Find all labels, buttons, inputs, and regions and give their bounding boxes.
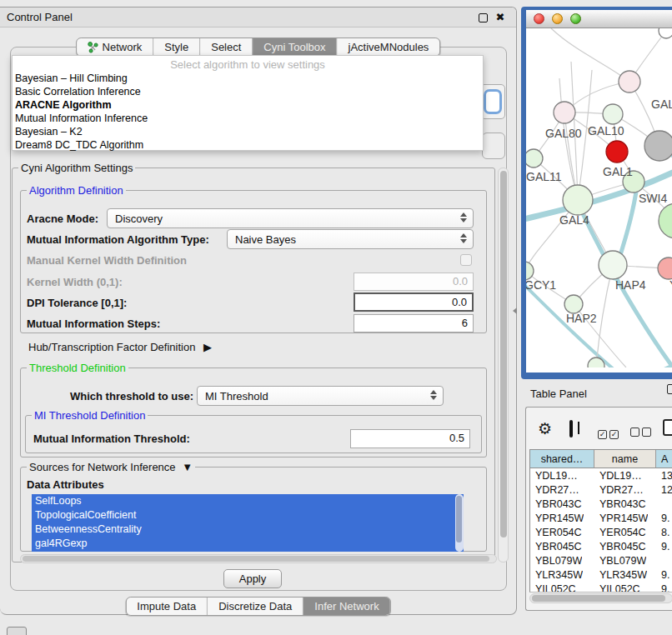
cell: YIL052C xyxy=(599,582,640,592)
scrollbar-thumb[interactable] xyxy=(23,556,489,562)
mi-threshold-label: Mutual Information Threshold: xyxy=(33,432,190,445)
sources-title: Sources for Network Inference xyxy=(29,461,176,473)
new-table-icon[interactable] xyxy=(663,419,672,436)
node-hap4[interactable] xyxy=(599,251,627,279)
cell: YDL19… xyxy=(599,469,642,483)
close-icon[interactable]: ✖ xyxy=(494,12,506,23)
column-header-partial[interactable]: A xyxy=(656,450,672,468)
apply-button[interactable]: Apply xyxy=(223,569,282,588)
table-row[interactable]: YDR27… YDR27… 12 xyxy=(530,483,672,498)
close-traffic-icon[interactable] xyxy=(534,13,544,24)
cell: YBR043C xyxy=(535,498,582,512)
table-row[interactable]: YER054C YER054C 8. xyxy=(530,526,672,540)
manual-kernel-checkbox[interactable] xyxy=(460,254,472,266)
table-row[interactable]: YBR045C YBR045C 9. xyxy=(530,540,672,554)
hub-definition-expander[interactable]: Hub/Transcription Factor Definition ▶ xyxy=(28,341,212,353)
node-partial-top[interactable] xyxy=(659,28,672,38)
algorithm-option[interactable]: Dream8 DC_TDC Algorithm xyxy=(15,138,143,152)
node-gal1-selected[interactable] xyxy=(606,141,628,162)
split-columns-icon[interactable] xyxy=(569,420,573,438)
settings-vertical-scrollbar[interactable] xyxy=(498,168,509,562)
tab-label: Style xyxy=(164,41,188,53)
screen: Control Panel ✖ Network Style xyxy=(0,0,672,635)
panel-divider-arrow-icon[interactable] xyxy=(513,308,517,314)
select-all-checkboxes-icon[interactable]: ✓✓ xyxy=(598,425,619,440)
group-title: Sources for Network Inference ▼ xyxy=(27,461,195,473)
scrollbar-thumb[interactable] xyxy=(532,595,665,602)
node-gal10[interactable] xyxy=(603,104,623,124)
node-hap2[interactable] xyxy=(564,295,583,313)
algorithm-option[interactable]: Basic Correlation Inference xyxy=(15,85,141,98)
mi-steps-field[interactable]: 6 xyxy=(354,314,474,332)
table-row[interactable]: YDL19… YDL19… 13 xyxy=(530,469,672,483)
tab-impute-data[interactable]: Impute Data xyxy=(126,598,208,615)
network-icon xyxy=(88,42,98,53)
scrollbar-thumb[interactable] xyxy=(500,171,507,538)
gear-icon[interactable]: ⚙ xyxy=(538,419,552,438)
algorithm-option[interactable]: Bayesian – K2 xyxy=(15,125,83,138)
tab-cyni-toolbox[interactable]: Cyni Toolbox xyxy=(253,38,337,56)
network-view-window: GAL GAL80 GAL10 GAL1 GAL11 SWI4 GAL4 GCY… xyxy=(521,7,672,379)
minimized-panel-icon[interactable] xyxy=(7,627,27,635)
panel-title: Control Panel xyxy=(7,11,73,23)
tab-select[interactable]: Select xyxy=(200,38,253,56)
attributes-scrollbar[interactable] xyxy=(455,494,464,552)
which-threshold-select[interactable]: MI Threshold xyxy=(197,386,444,406)
attribute-item[interactable]: TopologicalCoefficient xyxy=(32,508,464,522)
node-y-partial[interactable] xyxy=(658,258,672,279)
mi-steps-label: Mutual Information Steps: xyxy=(27,318,160,330)
cell: 8. xyxy=(661,526,669,540)
cell: YBR043C xyxy=(599,498,646,512)
deselect-all-checkboxes-icon[interactable] xyxy=(630,425,651,440)
cell: YPR145W xyxy=(599,512,648,526)
network-canvas[interactable]: GAL GAL80 GAL10 GAL1 GAL11 SWI4 GAL4 GCY… xyxy=(526,28,672,368)
mi-threshold-field[interactable]: 0.5 xyxy=(350,429,470,448)
table-row[interactable]: YIL052C YIL052C 9. xyxy=(530,582,672,592)
tab-network[interactable]: Network xyxy=(77,38,154,56)
column-header-shared-name[interactable]: shared… xyxy=(530,450,594,468)
node-gal11[interactable] xyxy=(526,149,543,168)
node-partial-right-green[interactable] xyxy=(659,203,672,238)
aracne-mode-label: Aracne Mode: xyxy=(27,212,98,225)
which-threshold-label: Which threshold to use: xyxy=(70,390,193,402)
dpi-tolerance-field[interactable]: 0.0 xyxy=(354,292,474,312)
node-gal80[interactable] xyxy=(554,102,575,123)
data-attributes-list[interactable]: SelfLoops TopologicalCoefficient Between… xyxy=(32,494,464,552)
algorithm-option[interactable]: Mutual Information Inference xyxy=(15,112,148,125)
algorithm-option-selected[interactable]: ARACNE Algorithm xyxy=(15,98,112,112)
cell: 9. xyxy=(661,582,669,592)
algorithm-option[interactable]: Bayesian – Hill Climbing xyxy=(15,72,128,85)
table-panel-window-icon[interactable] xyxy=(667,384,672,394)
column-header-name[interactable]: name xyxy=(594,450,656,468)
tab-label: Network xyxy=(103,41,143,53)
node-gal4[interactable] xyxy=(563,185,593,215)
tab-infer-network[interactable]: Infer Network xyxy=(303,598,389,615)
float-window-icon[interactable] xyxy=(479,13,488,22)
kernel-width-field[interactable]: 0.0 xyxy=(354,272,474,291)
scrollbar-thumb[interactable] xyxy=(456,496,462,542)
mi-algorithm-type-select[interactable]: Naive Bayes xyxy=(227,229,474,249)
zoom-traffic-icon[interactable] xyxy=(570,13,581,24)
table-row[interactable]: YPR145W YPR145W 9. xyxy=(530,512,672,526)
table-row[interactable]: YBL079W YBL079W xyxy=(530,554,672,568)
tab-style[interactable]: Style xyxy=(153,38,200,56)
tab-jactivemnodules[interactable]: jActiveMNodules xyxy=(338,38,440,56)
chevron-down-icon[interactable]: ▼ xyxy=(182,461,193,473)
table-row[interactable]: YLR345W YLR345W 9. xyxy=(530,568,672,582)
attribute-item[interactable]: BetweennessCentrality xyxy=(32,522,464,537)
aracne-mode-select[interactable]: Discovery xyxy=(107,208,474,228)
attribute-item[interactable]: SelfLoops xyxy=(32,494,464,508)
combo-value: Naive Bayes xyxy=(235,233,296,246)
attribute-item[interactable]: gal4RGexp xyxy=(32,537,464,551)
tab-label: Cyni Toolbox xyxy=(263,41,325,53)
node-grey[interactable] xyxy=(644,131,672,161)
table-horizontal-scrollbar[interactable] xyxy=(529,593,672,603)
network-window-titlebar[interactable] xyxy=(526,10,672,28)
minimize-traffic-icon[interactable] xyxy=(552,13,563,24)
table-row[interactable]: YBR043C YBR043C xyxy=(530,498,672,512)
tab-discretize-data[interactable]: Discretize Data xyxy=(208,598,303,615)
node-gal-partial[interactable] xyxy=(619,71,640,92)
cyni-bottom-tabs: Impute Data Discretize Data Infer Networ… xyxy=(125,597,390,616)
settings-horizontal-scrollbar[interactable] xyxy=(20,554,497,563)
cell: YBL079W xyxy=(599,554,646,568)
